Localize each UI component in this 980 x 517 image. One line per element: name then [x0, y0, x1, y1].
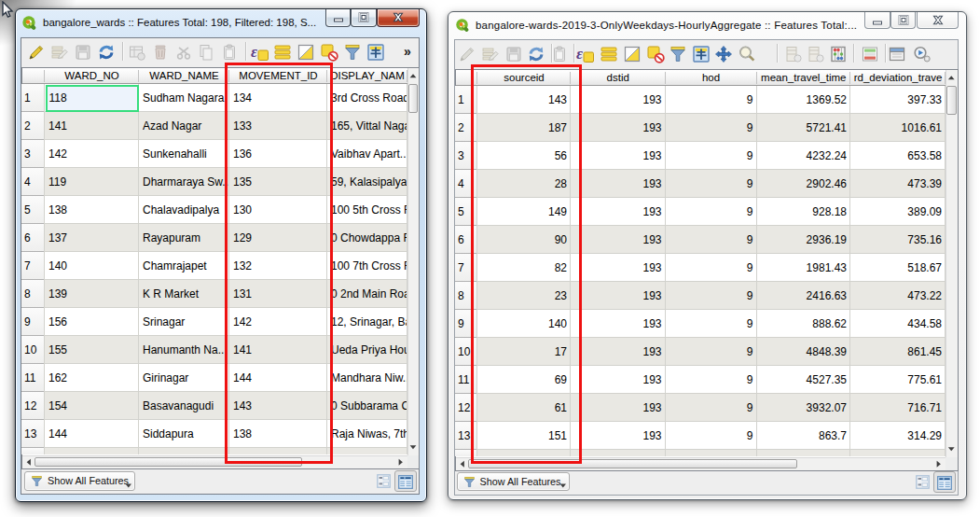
svg-text:ε: ε	[251, 42, 257, 60]
svg-text:ε: ε	[576, 44, 583, 62]
